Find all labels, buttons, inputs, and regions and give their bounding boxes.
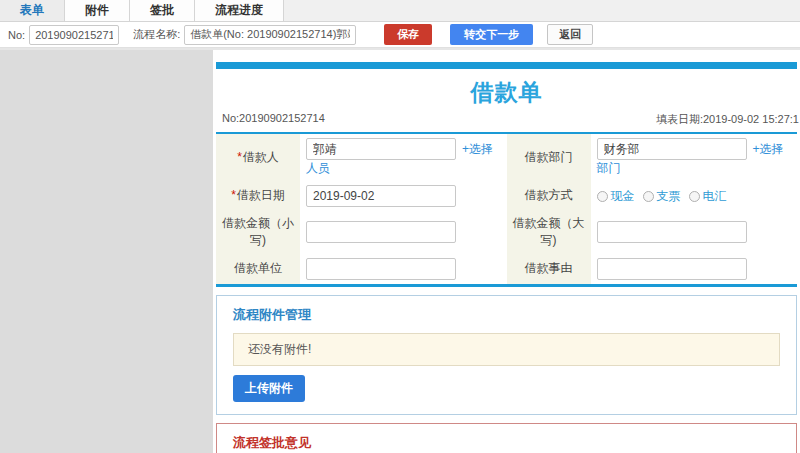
header: 表单 附件 签批 流程进度 No: 流程名称: 保存 转交下一步 返回	[0, 0, 800, 50]
table-row: *借款人 +选择人员 借款部门 +选择部门	[216, 133, 797, 181]
department-field-cell: +选择部门	[591, 133, 798, 181]
attachments-panel: 流程附件管理 还没有附件! 上传附件	[216, 295, 797, 415]
required-asterisk: *	[237, 150, 242, 164]
borrow-date-input[interactable]	[306, 185, 456, 207]
department-label: 借款部门	[525, 150, 573, 164]
method-label-cell: 借款方式	[507, 181, 591, 211]
amount-upper-label: 借款金额（大写)	[513, 216, 585, 247]
unit-label: 借款单位	[234, 261, 282, 275]
upload-attachment-button[interactable]: 上传附件	[233, 375, 305, 402]
page-title: 借款单	[216, 69, 797, 112]
next-step-button[interactable]: 转交下一步	[450, 24, 533, 45]
amount-lower-label: 借款金额（小写)	[222, 216, 294, 247]
table-row: 借款单位 借款事由	[216, 254, 797, 286]
table-row: *借款日期 借款方式 现金 支票 电汇	[216, 181, 797, 211]
reason-label: 借款事由	[525, 261, 573, 275]
doc-meta: No:20190902152714 填表日期:2019-09-02 15:27:…	[216, 112, 797, 132]
accent-bar	[216, 62, 797, 69]
method-label: 借款方式	[525, 188, 573, 202]
tab-attachments[interactable]: 附件	[65, 0, 130, 21]
tab-form[interactable]: 表单	[0, 0, 65, 21]
main-panel: 借款单 No:20190902152714 填表日期:2019-09-02 15…	[213, 50, 800, 453]
department-input[interactable]	[597, 138, 747, 160]
process-name-label: 流程名称:	[133, 27, 180, 42]
borrower-label-cell: *借款人	[216, 133, 300, 181]
amount-lower-field-cell	[300, 211, 507, 254]
no-label: No:	[8, 29, 25, 41]
no-input[interactable]	[29, 25, 119, 45]
required-asterisk: *	[231, 188, 236, 202]
method-field-cell: 现金 支票 电汇	[591, 181, 798, 211]
borrower-input[interactable]	[306, 138, 456, 160]
department-label-cell: 借款部门	[507, 133, 591, 181]
fill-date: 填表日期:2019-09-02 15:27:1	[656, 112, 799, 127]
radio-wire-label[interactable]: 电汇	[703, 188, 727, 205]
radio-cash-label[interactable]: 现金	[611, 188, 635, 205]
tab-process-progress[interactable]: 流程进度	[195, 0, 284, 21]
table-row: 借款金额（小写) 借款金额（大写)	[216, 211, 797, 254]
unit-input[interactable]	[306, 258, 456, 280]
doc-number: No:20190902152714	[222, 112, 325, 127]
unit-field-cell	[300, 254, 507, 286]
amount-lower-input[interactable]	[306, 221, 456, 243]
reason-field-cell	[591, 254, 798, 286]
approval-heading: 流程签批意见	[233, 434, 780, 452]
tab-bar: 表单 附件 签批 流程进度	[0, 0, 800, 22]
radio-wire[interactable]	[689, 191, 700, 202]
back-button[interactable]: 返回	[547, 24, 593, 45]
tab-approval[interactable]: 签批	[130, 0, 195, 21]
borrow-date-label: 借款日期	[237, 188, 285, 202]
command-bar: No: 流程名称: 保存 转交下一步 返回	[0, 22, 800, 48]
amount-upper-label-cell: 借款金额（大写)	[507, 211, 591, 254]
header-divider	[0, 48, 800, 50]
borrower-label: 借款人	[243, 150, 279, 164]
borrower-field-cell: +选择人员	[300, 133, 507, 181]
reason-input[interactable]	[597, 258, 747, 280]
borrow-date-label-cell: *借款日期	[216, 181, 300, 211]
no-attachments-message: 还没有附件!	[233, 333, 780, 366]
approval-panel: 流程签批意见 B I abc	[216, 423, 797, 453]
attachments-heading: 流程附件管理	[233, 306, 780, 324]
loan-form-table: *借款人 +选择人员 借款部门 +选择部门 *借款日期 借款方式	[216, 132, 797, 287]
radio-check-label[interactable]: 支票	[657, 188, 681, 205]
save-button[interactable]: 保存	[384, 24, 432, 45]
amount-upper-field-cell	[591, 211, 798, 254]
reason-label-cell: 借款事由	[507, 254, 591, 286]
radio-cash[interactable]	[597, 191, 608, 202]
radio-check[interactable]	[643, 191, 654, 202]
unit-label-cell: 借款单位	[216, 254, 300, 286]
process-name-input[interactable]	[184, 25, 356, 45]
amount-upper-input[interactable]	[597, 221, 747, 243]
amount-lower-label-cell: 借款金额（小写)	[216, 211, 300, 254]
borrow-date-field-cell	[300, 181, 507, 211]
